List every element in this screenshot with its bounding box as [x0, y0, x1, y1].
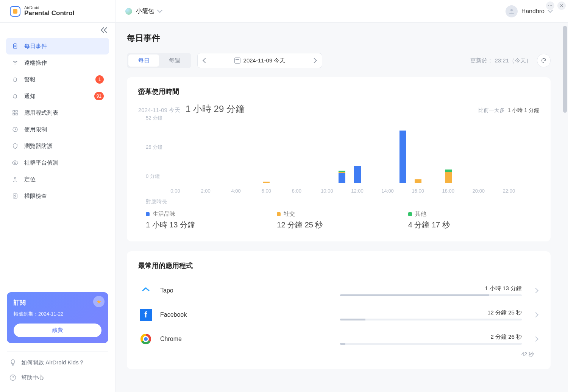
x-tick: 10:00 [321, 188, 333, 194]
sidebar-item-8[interactable]: 定位 [6, 171, 109, 188]
date-display[interactable]: 2024-11-09 今天 [213, 57, 307, 64]
top-apps-card: 最常用的應用程式 Tapo1 小時 13 分鐘fFacebook12 分鐘 25… [127, 251, 551, 369]
x-tick: 18:00 [442, 188, 454, 194]
sidebar-item-3[interactable]: 通知91 [6, 88, 109, 104]
x-tick: 8:00 [292, 188, 301, 194]
screen-time-chart: 0 分鐘26 分鐘52 分鐘0:002:004:006:008:0010:001… [146, 122, 539, 194]
sidebar-badge: 91 [94, 92, 104, 100]
clipboard-icon [11, 42, 19, 50]
app-time: 2 分鐘 26 秒 [490, 333, 522, 341]
period-segmented: 每日 每週 [127, 53, 191, 68]
app-name: Chrome [160, 336, 182, 342]
controls-row: 每日 每週 2024-11-09 今天 更新於： 23:21（今天） [127, 53, 551, 68]
lightbulb-icon [9, 359, 17, 366]
bell-alert-icon [11, 76, 19, 83]
compare-prefix: 比前一天多 [478, 107, 505, 114]
device-picker[interactable]: 小籠包 [125, 7, 162, 15]
refresh-button[interactable] [537, 54, 551, 67]
app-usage-bar [340, 343, 522, 345]
help-kids-link[interactable]: 如何開啟 AirDroid Kids？ [7, 355, 108, 370]
svg-rect-4 [13, 114, 15, 115]
trailing-time: 42 秒 [138, 351, 539, 358]
sidebar-item-0[interactable]: 每日事件 [6, 38, 109, 54]
help-center-link[interactable]: 幫助中心 [7, 370, 108, 385]
legend-header: 對應時長 [146, 198, 539, 205]
screen-time-date: 2024-11-09 今天 [138, 107, 180, 114]
tab-daily[interactable]: 每日 [128, 54, 159, 67]
sidebar: 每日事件遠端操作警報1通知91應用程式列表使用限制瀏覽器防護社群平台偵測定位權限… [0, 23, 115, 392]
x-tick: 12:00 [351, 188, 364, 194]
svg-rect-1 [14, 44, 17, 48]
scrollbar-thumb[interactable] [563, 26, 567, 113]
chart-bar [354, 166, 361, 183]
screen-time-card: 螢幕使用時間 2024-11-09 今天 1 小時 29 分鐘 比前一天多 1 … [127, 77, 551, 241]
legend-swatch-icon [146, 212, 150, 216]
sidebar-item-label: 每日事件 [24, 43, 47, 50]
chart-bar [263, 182, 270, 183]
sidebar-item-5[interactable]: 使用限制 [6, 121, 109, 138]
svg-point-7 [14, 162, 16, 164]
tab-weekly[interactable]: 每週 [159, 54, 190, 67]
sidebar-item-label: 定位 [24, 176, 36, 183]
app-usage-bar [340, 294, 522, 296]
app-row[interactable]: fFacebook12 分鐘 25 秒 [138, 303, 539, 327]
scrollbar[interactable] [563, 26, 567, 389]
chevron-right-icon [534, 313, 538, 317]
device-avatar-icon [125, 8, 132, 15]
user-name: Handbro [521, 8, 545, 15]
x-tick: 14:00 [381, 188, 394, 194]
y-tick: 0 分鐘 [146, 173, 160, 180]
subscription-expiry: 帳號到期：2024-11-22 [14, 311, 101, 317]
chevron-right-icon [534, 337, 538, 341]
main-scroll[interactable]: 每日事件 每日 每週 2024-11-09 今天 更新於： 23:21（今天） [115, 23, 561, 392]
sidebar-item-label: 社群平台偵測 [24, 159, 58, 166]
date-next-button[interactable] [307, 53, 322, 68]
page-title: 每日事件 [127, 33, 551, 44]
svg-rect-5 [16, 114, 18, 115]
sidebar-item-label: 使用限制 [24, 126, 47, 133]
compare-value: 1 小時 1 分鐘 [508, 107, 539, 114]
sidebar-item-9[interactable]: 權限檢查 [6, 188, 109, 204]
legend-item: 社交12 分鐘 25 秒 [277, 210, 408, 230]
x-tick: 0:00 [170, 188, 180, 194]
x-tick: 16:00 [412, 188, 424, 194]
renew-button[interactable]: 續費 [14, 324, 101, 337]
user-pin-icon [11, 176, 19, 183]
x-tick: 20:00 [473, 188, 485, 194]
bell-icon [11, 92, 19, 100]
sidebar-badge: 1 [95, 75, 104, 84]
sidebar-item-4[interactable]: 應用程式列表 [6, 104, 109, 121]
updated-label: 更新於： 23:21（今天） [470, 54, 551, 67]
app-row[interactable]: Tapo1 小時 13 分鐘 [138, 278, 539, 303]
legend-item: 其他4 分鐘 17 秒 [408, 210, 539, 230]
x-tick: 6:00 [262, 188, 271, 194]
sidebar-item-label: 通知 [24, 93, 36, 100]
sidebar-item-label: 警報 [24, 76, 36, 83]
sidebar-item-2[interactable]: 警報1 [6, 71, 109, 88]
help-center-label: 幫助中心 [21, 374, 44, 381]
question-icon [9, 374, 17, 381]
svg-rect-3 [16, 110, 18, 112]
date-prev-button[interactable] [198, 53, 213, 68]
window-close-icon[interactable]: ✕ [557, 2, 566, 10]
y-tick: 52 分鐘 [146, 115, 162, 121]
sidebar-item-label: 應用程式列表 [24, 109, 58, 117]
svg-point-8 [14, 177, 16, 179]
chart-bar [339, 171, 345, 183]
sidebar-collapse-icon[interactable] [101, 26, 109, 34]
sidebar-item-6[interactable]: 瀏覽器防護 [6, 138, 109, 154]
chrome-icon [140, 333, 152, 345]
sidebar-item-1[interactable]: 遠端操作 [6, 54, 109, 71]
date-navigator: 2024-11-09 今天 [197, 53, 322, 68]
sidebar-item-7[interactable]: 社群平台偵測 [6, 154, 109, 171]
user-avatar-icon [506, 5, 518, 17]
window-more-icon[interactable]: ⋯ [546, 2, 554, 10]
app-row[interactable]: Chrome2 分鐘 26 秒 [138, 327, 539, 351]
tapo-icon [140, 285, 152, 297]
chart-bar [445, 170, 452, 183]
legend-swatch-icon [277, 212, 281, 216]
legend-item: 生活品味1 小時 13 分鐘 [146, 210, 277, 230]
svg-point-0 [510, 9, 513, 11]
app-usage-bar [340, 319, 522, 320]
subscription-title: 訂閱 [14, 299, 101, 307]
